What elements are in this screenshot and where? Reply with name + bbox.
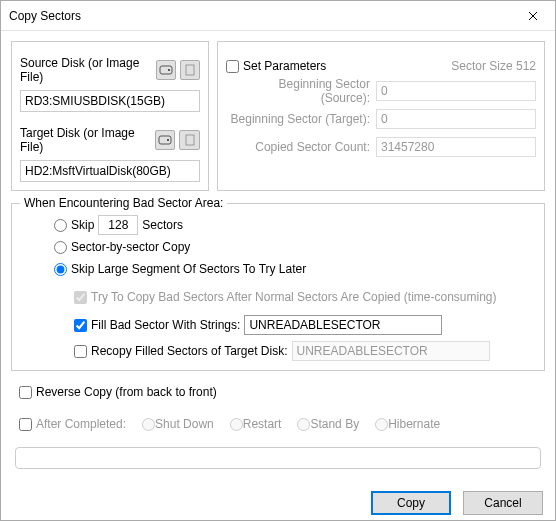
disk-icon [158,134,172,146]
target-file-button[interactable] [179,130,200,150]
source-disk-field[interactable] [20,90,200,112]
try-later-checkbox: Try To Copy Bad Sectors After Normal Sec… [74,290,497,304]
svg-rect-5 [186,135,194,145]
close-icon [528,11,538,21]
target-disk-label: Target Disk (or Image File) [20,126,151,154]
begin-target-field [376,109,536,129]
svg-rect-3 [159,136,171,144]
footer: Copy Cancel [1,479,555,521]
source-disk-button[interactable] [156,60,176,80]
restart-radio: Restart [230,417,282,431]
cancel-button[interactable]: Cancel [463,491,543,515]
window-title: Copy Sectors [9,9,511,23]
standby-radio: Stand By [297,417,359,431]
hibernate-radio: Hibernate [375,417,440,431]
svg-rect-2 [186,65,194,75]
skip-unit-label: Sectors [142,218,183,232]
parameters-group: Set Parameters Sector Size 512 Beginning… [217,41,545,191]
recopy-string-field [292,341,490,361]
fill-string-field[interactable] [244,315,442,335]
begin-source-field [376,81,536,101]
source-file-button[interactable] [180,60,200,80]
sector-count-field [376,137,536,157]
titlebar: Copy Sectors [1,1,555,31]
skip-large-radio[interactable]: Skip Large Segment Of Sectors To Try Lat… [54,262,306,276]
set-parameters-checkbox[interactable]: Set Parameters [226,59,326,73]
begin-target-label: Beginning Sector (Target): [226,112,376,126]
source-target-group: Source Disk (or Image File) Target Disk … [11,41,209,191]
fill-string-checkbox[interactable]: Fill Bad Sector With Strings: [74,318,240,332]
target-disk-field[interactable] [20,160,200,182]
source-disk-label: Source Disk (or Image File) [20,56,152,84]
sector-by-sector-radio[interactable]: Sector-by-sector Copy [54,240,190,254]
reverse-copy-checkbox[interactable]: Reverse Copy (from back to front) [19,385,217,399]
shutdown-radio: Shut Down [142,417,214,431]
svg-rect-0 [160,66,172,74]
progress-bar [15,447,541,469]
skip-radio[interactable]: Skip [54,218,94,232]
svg-rect-1 [168,69,170,71]
dialog-copy-sectors: Copy Sectors Source Disk (or Image File) [0,0,556,521]
recopy-checkbox[interactable]: Recopy Filled Sectors of Target Disk: [74,344,288,358]
svg-rect-4 [167,139,169,141]
bad-sector-group: When Encountering Bad Sector Area: Skip … [11,203,545,371]
disk-icon [159,64,173,76]
sector-count-label: Copied Sector Count: [226,140,376,154]
begin-source-label: Beginning Sector (Source): [226,77,376,105]
skip-count-field[interactable] [98,215,138,235]
file-icon [183,134,197,146]
target-disk-button[interactable] [155,130,176,150]
bad-sector-title: When Encountering Bad Sector Area: [20,196,227,210]
copy-button[interactable]: Copy [371,491,451,515]
close-button[interactable] [511,1,555,31]
file-icon [183,64,197,76]
sector-size-label: Sector Size 512 [451,59,536,73]
after-completed-checkbox[interactable]: After Completed: [19,417,126,431]
